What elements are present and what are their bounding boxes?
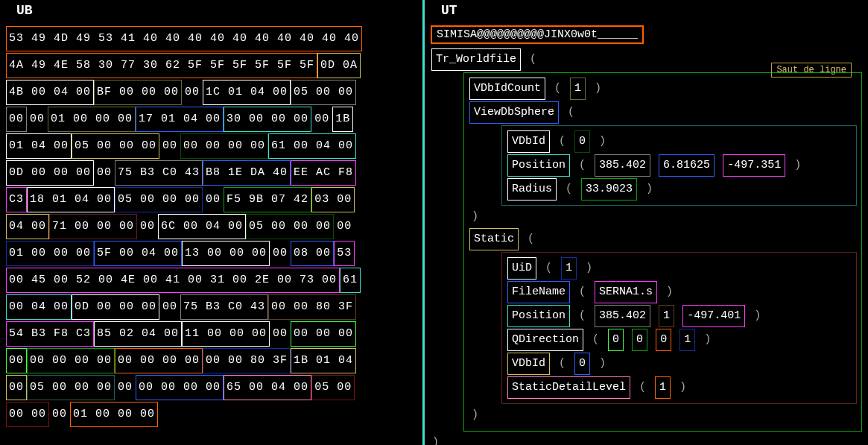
hex-row: 0D 00 00 000075 B3 C0 43B8 1E DA 40EE AC… <box>6 160 416 186</box>
hex-row: 4B 00 04 00BF 00 00 00001C 01 04 0005 00… <box>6 79 416 106</box>
hex-row: 01 00 00 005F 00 04 0013 00 00 000008 00… <box>6 240 416 267</box>
hex-group: 00 <box>94 160 115 186</box>
vdbid1-value: 0 <box>574 130 590 153</box>
hex-group: 13 00 00 00 <box>182 241 270 266</box>
hex-group: 08 00 <box>291 241 334 266</box>
hex-group: 00 <box>334 214 355 239</box>
hex-group: 05 00 <box>311 375 355 400</box>
vdbidcount-value: 1 <box>570 78 586 100</box>
vdbid2-label: VDbId <box>507 353 550 375</box>
hex-group: 1B 01 04 <box>291 348 356 373</box>
hex-group: 75 B3 C0 43 <box>115 160 203 186</box>
hex-group: 01 00 00 00 <box>6 241 94 266</box>
hex-row: 54 B3 F8 C385 02 04 0011 00 00 000000 00… <box>6 321 416 347</box>
hex-group: 01 00 00 00 <box>48 107 136 132</box>
left-title: UB <box>16 3 419 18</box>
hex-group: 5F 00 04 00 <box>94 241 182 266</box>
position1-v3: -497.351 <box>723 154 785 177</box>
position1-label: Position <box>507 154 570 177</box>
hex-group: 00 <box>6 107 27 132</box>
qd-v1: 0 <box>608 329 624 351</box>
position2-v2: 1 <box>659 305 674 327</box>
hex-group: 30 00 00 00 <box>224 107 311 132</box>
hex-group: 61 <box>340 268 361 293</box>
hex-group: 00 00 80 3F <box>268 294 356 320</box>
vdbid1-label: VDbId <box>507 130 550 153</box>
ut-header: SIMISA@@@@@@@@@@JINX0w0t______ <box>431 25 644 44</box>
qd-v4: 1 <box>679 329 695 351</box>
hex-group: 01 04 00 <box>6 133 72 159</box>
hex-group: 61 00 04 00 <box>268 133 356 159</box>
hex-group: 0D 0A <box>317 53 361 78</box>
hex-group: 00 45 00 52 00 4E 00 41 00 31 00 2E 00 7… <box>6 268 340 293</box>
hex-group: 00 <box>159 294 180 320</box>
hex-group: 11 00 00 00 <box>182 321 270 347</box>
main-container: UB 53 49 4D 49 53 41 40 40 40 40 40 40 4… <box>0 0 868 445</box>
hex-group: 54 B3 F8 C3 <box>6 321 94 347</box>
hex-group: 17 01 04 00 <box>136 107 224 132</box>
hex-group: 03 00 <box>311 187 355 212</box>
position1-v2: 6.81625 <box>659 154 715 177</box>
hex-row: 01 04 0005 00 00 000000 00 00 0061 00 04… <box>6 133 416 160</box>
hex-group: 05 00 00 00 <box>27 375 115 400</box>
hex-group: 05 00 00 00 <box>72 133 159 159</box>
hex-group: BF 00 00 00 <box>94 80 182 105</box>
hex-group: 05 00 00 00 <box>246 214 334 239</box>
hex-group: 1B <box>332 107 353 132</box>
hex-content: 53 49 4D 49 53 41 40 40 40 40 40 40 40 4… <box>3 22 419 431</box>
hex-group: 00 00 00 00 <box>180 133 268 159</box>
hex-group: 01 00 00 00 <box>70 402 158 427</box>
sdl-label: StaticDetailLevel <box>507 376 630 399</box>
hex-group: 00 00 00 00 <box>115 348 203 373</box>
hex-group: 00 00 00 00 <box>136 375 224 400</box>
vdbidcount-label: VDbIdCount <box>469 78 545 100</box>
radius-label: Radius <box>507 178 557 201</box>
hex-row: 4A 49 4E 58 30 77 30 62 5F 5F 5F 5F 5F 5… <box>6 52 416 79</box>
hex-group: 0D 00 00 00 <box>6 160 94 186</box>
position2-label: Position <box>507 305 570 327</box>
hex-group: 4B 00 04 00 <box>6 80 94 105</box>
hex-group: 65 00 04 00 <box>224 375 311 400</box>
uid-label: UiD <box>507 257 536 280</box>
hex-row: 0005 00 00 000000 00 00 0065 00 04 0005 … <box>6 374 416 401</box>
position2-v3: -497.401 <box>682 305 745 327</box>
newline-label: Saut de ligne <box>771 63 852 78</box>
tr-worldfile: Tr_Worldfile <box>431 48 521 71</box>
hex-group: 75 B3 C0 43 <box>180 294 268 320</box>
hex-group: 00 <box>270 241 291 266</box>
hex-group: 00 <box>27 107 48 132</box>
position2-v1: 385.402 <box>595 305 650 327</box>
ut-content: SIMISA@@@@@@@@@@JINX0w0t______ Saut de l… <box>428 22 865 445</box>
sdl-value: 1 <box>655 376 671 399</box>
hex-row: C318 01 04 0005 00 00 0000F5 9B 07 4203 … <box>6 186 416 213</box>
hex-group: 00 <box>311 107 332 132</box>
hex-group: EE AC F8 <box>291 160 356 186</box>
hex-panel: UB 53 49 4D 49 53 41 40 40 40 40 40 40 4… <box>0 0 425 445</box>
hex-group: 00 <box>6 375 27 400</box>
hex-row: 000001 00 00 0017 01 04 0030 00 00 00001… <box>6 106 416 133</box>
hex-group: 00 <box>182 80 203 105</box>
vdbid2-value: 0 <box>574 353 590 375</box>
viewdbsphere-label: ViewDbSphere <box>469 101 559 124</box>
right-title: UT <box>441 3 865 18</box>
hex-group: 04 00 <box>6 214 49 239</box>
text-panel: UT SIMISA@@@@@@@@@@JINX0w0t______ Saut d… <box>425 0 868 445</box>
hex-row: 00 000001 00 00 00 <box>6 401 416 428</box>
hex-group: 00 <box>115 375 136 400</box>
hex-group: 00 <box>159 133 180 159</box>
hex-row: 00 04 000D 00 00 000075 B3 C0 4300 00 80… <box>6 294 416 321</box>
hex-group: 00 <box>270 321 291 347</box>
hex-group: 1C 01 04 00 <box>203 80 291 105</box>
qd-v2: 0 <box>632 329 647 351</box>
qd-v3: 0 <box>656 329 671 351</box>
hex-group: 71 00 00 00 <box>49 214 137 239</box>
filename-label: FileName <box>507 281 570 303</box>
hex-group: 00 <box>6 348 27 373</box>
hex-row: 00 45 00 52 00 4E 00 41 00 31 00 2E 00 7… <box>6 267 416 294</box>
hex-group: 53 49 4D 49 53 41 40 40 40 40 40 40 40 4… <box>6 26 362 51</box>
hex-group: 00 <box>137 214 158 239</box>
hex-group: 00 00 00 00 <box>27 348 115 373</box>
qdirection-label: QDirection <box>507 329 583 351</box>
hex-group: 6C 00 04 00 <box>158 214 246 239</box>
hex-row: 04 0071 00 00 00006C 00 04 0005 00 00 00… <box>6 213 416 240</box>
